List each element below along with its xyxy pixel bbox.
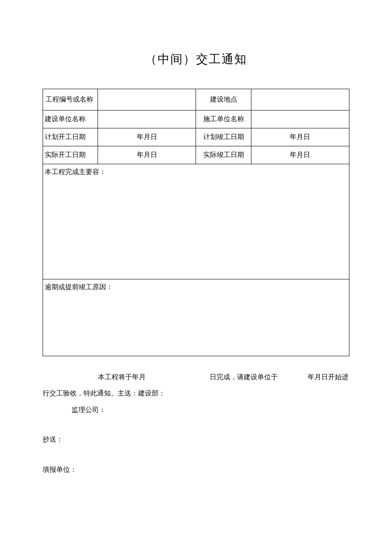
actual-end-date-value: 年月日 [251,146,349,164]
builder-unit-value [251,110,349,128]
planned-end-date-value: 年月日 [251,128,349,146]
actual-end-date-label: 实际竣工日期 [196,146,251,164]
footer-line2: 行交工验收，特此通知。主送：建设部： [43,389,165,397]
report-unit-label: 填报单位： [43,465,349,474]
table-row: 逾期或提前竣工原因： [43,279,349,356]
footer-part2: 日完成，请建设单位于 [210,373,278,381]
table-row: 建设单位名称 施工单位名称 [43,110,349,128]
cc-label: 抄送： [43,435,349,444]
project-content-cell: 本工程完成主要容： [43,164,349,279]
actual-start-date-value: 年月日 [98,146,196,164]
planned-start-date-value: 年月日 [98,128,196,146]
table-row: 本工程完成主要容： [43,164,349,279]
planned-start-date-label: 计划开工日期 [43,128,98,146]
document-title: （中间）交工通知 [43,51,349,67]
construction-location-label: 建设地点 [196,89,251,110]
project-number-label: 工程编号或名称 [43,89,98,110]
construction-unit-label: 建设单位名称 [43,110,98,128]
delay-reason-cell: 逾期或提前竣工原因： [43,279,349,356]
planned-end-date-label: 计划竣工日期 [196,128,251,146]
delay-reason-label: 逾期或提前竣工原因： [45,283,113,291]
construction-location-value [251,89,349,110]
footer-paragraph: 本工程将于年月日完成，请建设单位于年月日开始进 行交工验收，特此通知。主送：建设… [43,369,349,418]
footer-part1: 本工程将于年月 [43,373,146,381]
form-table: 工程编号或名称 建设地点 建设单位名称 施工单位名称 计划开工日期 年月日 计划… [43,89,349,356]
project-content-label: 本工程完成主要容： [45,168,106,175]
table-row: 计划开工日期 年月日 计划竣工日期 年月日 [43,128,349,146]
footer-line3: 监理公司： [43,402,106,418]
construction-unit-value [98,110,196,128]
table-row: 工程编号或名称 建设地点 [43,89,349,110]
builder-unit-label: 施工单位名称 [196,110,251,128]
actual-start-date-label: 实际开工日期 [43,146,98,164]
table-row: 实际开工日期 年月日 实际竣工日期 年月日 [43,146,349,164]
footer-part3: 年月日开始进 [308,373,349,381]
project-number-value [98,89,196,110]
